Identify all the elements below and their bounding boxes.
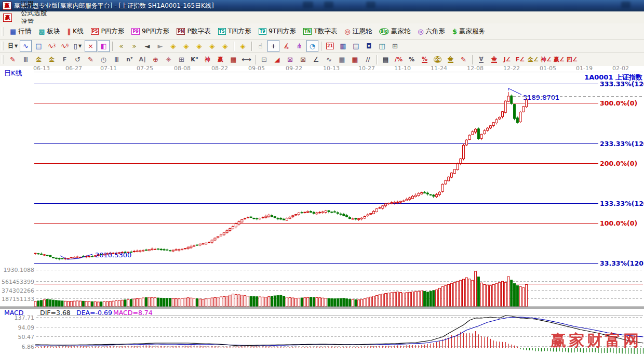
next-bar-icon: ►	[158, 43, 163, 49]
tool-circle-cross-tool[interactable]: ⊕	[150, 54, 162, 65]
tool-spiral-tool[interactable]: ↺	[72, 54, 84, 65]
tool-n-squared-tool[interactable]: n²	[124, 54, 136, 65]
tool-percent-slash-tool[interactable]: ∕%	[393, 54, 405, 65]
tool-ying-tool[interactable]: 赢	[214, 54, 226, 65]
tool-gann-grid2-tool[interactable]: ▦	[349, 54, 361, 65]
tool-move-diamond[interactable]: ◈	[237, 40, 249, 52]
tool-angle-measure-tool[interactable]: ∡	[280, 40, 292, 52]
tool-mind-map-tool[interactable]: ◔	[306, 40, 318, 52]
period-dropdown-dropdown-arrow[interactable]: ▼	[15, 44, 18, 48]
toolbar-separator	[251, 42, 252, 51]
tool-wave-underline-tool[interactable]: ∀	[475, 54, 487, 65]
tool-box-tool[interactable]: ⊡	[258, 54, 270, 65]
menu-item-4[interactable]: 公式选股	[15, 9, 52, 18]
tool-gold-angle-tool[interactable]: 金∠	[527, 54, 539, 65]
tool-crosshair-tool[interactable]: +	[267, 40, 279, 52]
tool-prev-bar[interactable]: ◄	[141, 40, 153, 52]
wave-underline-tool-icon: ∀	[479, 56, 484, 63]
tool-zoom-in-diamond[interactable]: ◈	[206, 40, 218, 52]
tool-shift-left-diamond[interactable]: ◈	[167, 40, 179, 52]
toolbar-quotes-button[interactable]: ▦行情	[6, 25, 35, 38]
tool-fan-draw-tool[interactable]: ⋔	[293, 40, 305, 52]
tool-shen-angle-tool[interactable]: 神∠	[540, 54, 552, 65]
toolbar-winner-wheel-button[interactable]: Big赢家轮	[375, 25, 414, 38]
tool-pattern-window-tool[interactable]: ∿	[20, 40, 32, 52]
tool-gold-circle-tool[interactable]: 金	[432, 54, 444, 65]
tool-a-line-tool[interactable]: A∣	[137, 54, 149, 65]
tool-gold-underline-tool[interactable]: 金	[488, 54, 500, 65]
tool-period-dropdown[interactable]: 日▼	[7, 40, 19, 52]
toolbar-kline-button[interactable]: ∥K线	[64, 25, 87, 38]
tool-print-tool[interactable]: ⊞	[389, 40, 401, 52]
tool-calculator-tool[interactable]: ▦	[337, 40, 349, 52]
tool-angle-lines-tool[interactable]: ∠	[310, 54, 322, 65]
tool-last-bar[interactable]: »	[128, 40, 140, 52]
tool-parallel-lines-tool[interactable]: ∕∕	[362, 54, 374, 65]
tool-four-angle-tool[interactable]: 四∠	[566, 54, 578, 65]
tool-wave-9-tool[interactable]: ∿9	[59, 40, 71, 52]
fan-box-tool-icon: ⊠	[287, 56, 293, 63]
toolbar-winner-service-button[interactable]: $赢家服务	[449, 25, 489, 38]
tool-width-measure-tool[interactable]: ⟷	[240, 54, 252, 65]
tool-f-lines-tool[interactable]: F	[59, 54, 71, 65]
tool-j-angle-tool[interactable]: J∠	[501, 54, 513, 65]
tool-gann-draw-tool[interactable]: ×	[85, 40, 97, 52]
tool-next-bar[interactable]: ►	[154, 40, 166, 52]
tool-fan-lines-tool[interactable]: ◢	[271, 54, 283, 65]
tool-f-angle-tool[interactable]: F∠	[514, 54, 526, 65]
toolbar-p-number-table-button[interactable]: PNP数字表	[173, 25, 214, 38]
tool-color-histogram-tool[interactable]: ◧	[98, 40, 110, 52]
tool-export-web-tool[interactable]: ◫	[376, 40, 388, 52]
tool-fan-box-tool[interactable]: ⊠	[284, 54, 296, 65]
winner-wheel-icon: Big	[379, 28, 389, 35]
toolbar-9p-square-button[interactable]: P99P四方形	[128, 25, 172, 38]
time-cycle-tool-icon: ◷	[101, 56, 106, 63]
toolbar-t-square-button[interactable]: TST四方形	[214, 25, 255, 38]
toolbar-separator	[377, 55, 377, 64]
9t-square-label: 9T四方形	[269, 27, 296, 36]
tool-gold-line-tool[interactable]: 金	[445, 54, 457, 65]
tool-memo-tool[interactable]: ▤	[350, 40, 362, 52]
tool-stats-table-tool[interactable]: ▤	[380, 54, 392, 65]
tool-knife-tool[interactable]: ✎	[7, 54, 19, 65]
tool-center-diamond[interactable]: ◈	[219, 40, 231, 52]
candle-style-dropdown-dropdown-arrow[interactable]: ▼	[78, 44, 82, 48]
fan-lines-tool-icon: ◢	[275, 56, 280, 63]
tool-calendar-tool[interactable]: 21	[324, 40, 336, 52]
tool-first-bar[interactable]: «	[115, 40, 127, 52]
tool-time-cycle-tool[interactable]: ◷	[98, 54, 110, 65]
tool-price-ruler-tool[interactable]: ▦	[227, 54, 239, 65]
tool-info-document[interactable]: ▤	[33, 40, 45, 52]
tool-gann-grid-tool[interactable]: ▦	[336, 54, 348, 65]
tool-flag-pen-tool[interactable]: ✎	[458, 54, 469, 65]
toolbar-p-square-button[interactable]: PSP四方形	[87, 25, 128, 38]
tool-k-mark-tool[interactable]: K"	[189, 54, 200, 65]
tool-hand-tool[interactable]: ☝	[254, 40, 266, 52]
tool-box-fan-tool[interactable]: ⊠	[297, 54, 309, 65]
tool-gold-ratio-tool-2[interactable]: 金	[46, 54, 58, 65]
tool-percent-line-tool[interactable]: %	[419, 54, 431, 65]
toolbar-sectors-button[interactable]: ▩板块	[35, 25, 63, 38]
tool-spider-web-tool[interactable]: ✳	[163, 54, 175, 65]
tool-zoom-out-diamond[interactable]: ◈	[193, 40, 205, 52]
tool-vertical-lines-tool[interactable]: Ⅲ	[20, 54, 32, 65]
toolbar-gann-wheel-button[interactable]: ◎江恩轮	[341, 25, 375, 38]
tool-web-grid-tool[interactable]: ⊞	[176, 54, 187, 65]
toolbar-9t-square-button[interactable]: T99T四方形	[255, 25, 300, 38]
tool-zigzag-tool[interactable]: ∿	[323, 54, 335, 65]
toolbar-t-number-table-button[interactable]: TNT数字表	[300, 25, 341, 38]
width-measure-tool-icon: ⟷	[242, 56, 251, 63]
tool-shen-tool[interactable]: 神	[202, 54, 213, 65]
tool-candle-style-dropdown[interactable]: ▯▼	[72, 40, 84, 52]
toolbar-hexagon-button[interactable]: ◎六角形	[414, 25, 449, 38]
tool-percent-tool[interactable]: %	[406, 54, 418, 65]
tool-ying-angle-tool[interactable]: 赢∠	[553, 54, 565, 65]
tool-wave-3-tool[interactable]: ∿3	[46, 40, 58, 52]
menu-item-3[interactable]: 江恩	[15, 0, 52, 9]
tool-gold-ratio-tool-1[interactable]: 金	[33, 54, 45, 65]
tool-save-tool[interactable]: ◘	[363, 40, 375, 52]
tool-marker-pen-tool[interactable]: ✎	[85, 54, 97, 65]
tool-grid-lines-tool[interactable]: Ⅲ	[111, 54, 123, 65]
tool-shift-right-diamond[interactable]: ◈	[180, 40, 192, 52]
move-diamond-icon: ◈	[240, 43, 246, 49]
